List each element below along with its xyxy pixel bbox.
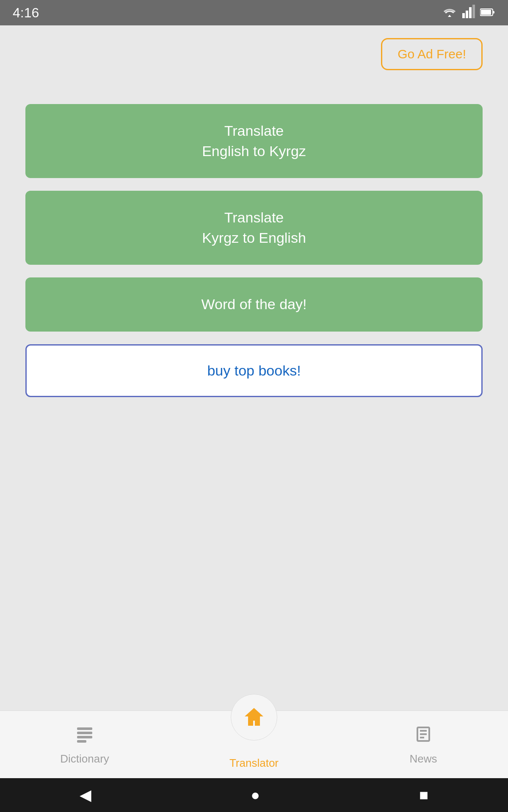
wifi-icon: [442, 5, 457, 20]
svg-rect-9: [77, 736, 92, 738]
translate-en-kg-button[interactable]: Translate English to Kyrgz: [25, 104, 483, 178]
news-icon: [413, 724, 433, 749]
go-ad-free-button[interactable]: Go Ad Free!: [381, 38, 483, 70]
translate-kg-en-button[interactable]: Translate Kyrgz to English: [25, 191, 483, 265]
word-of-day-label: Word of the day!: [202, 294, 307, 315]
translate-kg-en-line1: Translate: [224, 208, 284, 228]
translate-kg-en-line2: Kyrgz to English: [202, 228, 306, 248]
svg-rect-8: [77, 732, 92, 734]
translator-label: Translator: [229, 757, 279, 770]
status-bar: 4:16: [0, 0, 508, 25]
nav-item-news[interactable]: News: [339, 711, 508, 778]
svg-rect-6: [493, 11, 494, 14]
recent-button[interactable]: ■: [419, 786, 428, 804]
buy-books-button[interactable]: buy top books!: [25, 344, 483, 397]
svg-rect-7: [77, 727, 92, 730]
bottom-nav: Dictionary Translator News: [0, 710, 508, 778]
signal-icon: [462, 5, 475, 21]
dictionary-icon: [75, 724, 95, 749]
action-buttons: Translate English to Kyrgz Translate Kyr…: [25, 104, 483, 397]
svg-rect-2: [469, 7, 472, 18]
translator-circle: [231, 694, 277, 741]
android-nav: ◀ ● ■: [0, 778, 508, 812]
translate-en-kg-line2: English to Kyrgz: [202, 141, 306, 162]
svg-rect-10: [77, 740, 86, 743]
ad-free-container: Go Ad Free!: [25, 38, 483, 70]
news-label: News: [409, 752, 437, 765]
home-icon: [241, 705, 267, 730]
battery-icon: [480, 6, 495, 19]
svg-rect-1: [466, 11, 468, 18]
word-of-day-button[interactable]: Word of the day!: [25, 277, 483, 332]
home-button[interactable]: ●: [251, 786, 260, 804]
main-content: Go Ad Free! Translate English to Kyrgz T…: [0, 25, 508, 710]
nav-item-translator[interactable]: Translator: [169, 711, 339, 778]
svg-rect-3: [472, 5, 475, 18]
dictionary-label: Dictionary: [60, 752, 109, 765]
status-icons: [442, 5, 495, 21]
translate-en-kg-line1: Translate: [224, 121, 284, 141]
status-time: 4:16: [13, 5, 39, 21]
svg-rect-5: [481, 10, 491, 15]
back-button[interactable]: ◀: [80, 786, 91, 804]
svg-rect-0: [462, 13, 465, 18]
nav-item-dictionary[interactable]: Dictionary: [0, 711, 169, 778]
